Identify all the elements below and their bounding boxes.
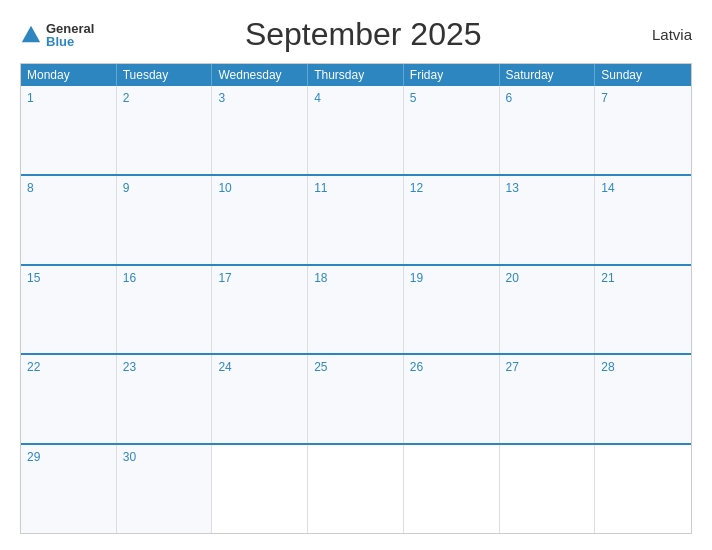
day-cell: 16 [117,266,213,354]
weeks-container: 1234567891011121314151617181920212223242… [21,86,691,533]
day-cell: 6 [500,86,596,174]
day-number: 2 [123,91,206,105]
svg-marker-0 [22,25,40,42]
day-number: 22 [27,360,110,374]
day-cell: 12 [404,176,500,264]
day-header-sunday: Sunday [595,64,691,86]
day-number: 26 [410,360,493,374]
day-header-saturday: Saturday [500,64,596,86]
day-cell: 4 [308,86,404,174]
day-number: 17 [218,271,301,285]
day-number: 18 [314,271,397,285]
day-header-friday: Friday [404,64,500,86]
day-number: 24 [218,360,301,374]
day-number: 9 [123,181,206,195]
logo-text: General Blue [46,22,94,48]
day-cell [308,445,404,533]
day-number: 13 [506,181,589,195]
day-number: 21 [601,271,685,285]
logo-blue: Blue [46,35,94,48]
day-cell: 28 [595,355,691,443]
day-cell [595,445,691,533]
day-cell: 5 [404,86,500,174]
day-cell [500,445,596,533]
day-number: 5 [410,91,493,105]
day-number: 4 [314,91,397,105]
day-number: 28 [601,360,685,374]
day-number: 23 [123,360,206,374]
week-row-2: 15161718192021 [21,264,691,354]
day-cell: 26 [404,355,500,443]
day-cell: 15 [21,266,117,354]
day-cell: 13 [500,176,596,264]
day-number: 1 [27,91,110,105]
logo: General Blue [20,22,94,48]
day-number: 10 [218,181,301,195]
logo-general: General [46,22,94,35]
day-cell: 8 [21,176,117,264]
day-number: 6 [506,91,589,105]
day-number: 3 [218,91,301,105]
day-number: 20 [506,271,589,285]
day-number: 25 [314,360,397,374]
day-number: 19 [410,271,493,285]
day-cell: 9 [117,176,213,264]
day-number: 16 [123,271,206,285]
day-cell: 3 [212,86,308,174]
day-cell: 23 [117,355,213,443]
day-cell: 7 [595,86,691,174]
day-cell: 10 [212,176,308,264]
page: General Blue September 2025 Latvia Monda… [0,0,712,550]
day-number: 14 [601,181,685,195]
day-cell: 24 [212,355,308,443]
day-cell: 20 [500,266,596,354]
day-header-thursday: Thursday [308,64,404,86]
day-number: 27 [506,360,589,374]
calendar-title: September 2025 [94,16,632,53]
day-cell: 14 [595,176,691,264]
day-cell: 17 [212,266,308,354]
day-cell: 29 [21,445,117,533]
day-cell: 25 [308,355,404,443]
day-number: 12 [410,181,493,195]
day-cell: 1 [21,86,117,174]
day-headers-row: MondayTuesdayWednesdayThursdayFridaySatu… [21,64,691,86]
header: General Blue September 2025 Latvia [20,16,692,53]
day-cell: 18 [308,266,404,354]
day-header-wednesday: Wednesday [212,64,308,86]
week-row-1: 891011121314 [21,174,691,264]
day-cell: 30 [117,445,213,533]
day-cell: 11 [308,176,404,264]
week-row-4: 2930 [21,443,691,533]
day-number: 8 [27,181,110,195]
calendar: MondayTuesdayWednesdayThursdayFridaySatu… [20,63,692,534]
week-row-0: 1234567 [21,86,691,174]
country-label: Latvia [632,26,692,43]
day-cell [212,445,308,533]
day-cell [404,445,500,533]
day-number: 11 [314,181,397,195]
day-header-monday: Monday [21,64,117,86]
day-header-tuesday: Tuesday [117,64,213,86]
day-cell: 2 [117,86,213,174]
day-cell: 21 [595,266,691,354]
day-cell: 22 [21,355,117,443]
day-number: 15 [27,271,110,285]
day-number: 29 [27,450,110,464]
logo-icon [20,24,42,46]
day-number: 30 [123,450,206,464]
day-cell: 19 [404,266,500,354]
day-number: 7 [601,91,685,105]
day-cell: 27 [500,355,596,443]
week-row-3: 22232425262728 [21,353,691,443]
